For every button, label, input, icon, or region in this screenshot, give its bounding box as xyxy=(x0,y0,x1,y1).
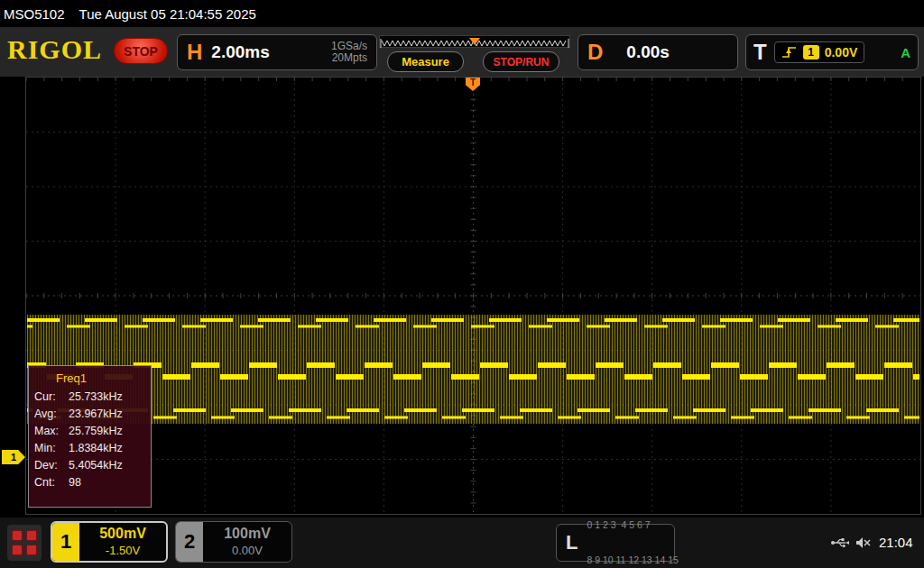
channel2-badge[interactable]: 2 100mV 0.00V xyxy=(175,521,292,563)
channel1-badge[interactable]: 1 500mV -1.50V xyxy=(51,521,168,563)
waveform-overview-strip[interactable] xyxy=(379,35,570,48)
bottom-status-bar: 1 500mV -1.50V 2 100mV 0.00V L 0 1 2 3 4… xyxy=(0,518,924,568)
channel1-scale: 500mV xyxy=(99,525,146,542)
measure-button[interactable]: Measure xyxy=(387,51,464,72)
measurement-row: Avg: 23.967kHz xyxy=(29,406,151,423)
logic-channel-numbers: 0 1 2 3 4 5 6 7 8 9 10 11 12 13 14 15 xyxy=(587,496,678,568)
channel2-offset: 0.00V xyxy=(232,542,263,559)
clock: 21:04 xyxy=(879,535,913,550)
channel2-number: 2 xyxy=(176,522,203,562)
datetime: Tue August 05 21:04:55 2025 xyxy=(79,6,256,22)
trigger-control[interactable]: T 1 0.00V A xyxy=(745,34,919,70)
measurement-row: Max: 25.759kHz xyxy=(29,423,151,440)
ch1-waveform-envelope xyxy=(27,315,919,424)
horizontal-delay-control[interactable]: D 0.00s xyxy=(578,34,738,70)
channel2-values: 100mV 0.00V xyxy=(203,522,291,562)
acquisition-info: 1GSa/s 20Mpts xyxy=(331,41,367,64)
delay-value: 0.00s xyxy=(626,42,670,62)
measurement-title: Freq1 xyxy=(29,366,151,389)
timebase-value: 2.00ms xyxy=(211,42,269,62)
channel1-offset: -1.50V xyxy=(106,542,140,559)
rigol-logo: RIGOL xyxy=(7,34,102,65)
overview-waveform-icon xyxy=(380,38,569,49)
usb-icon xyxy=(830,536,850,549)
horizontal-timebase-control[interactable]: H 2.00ms 1GSa/s 20Mpts xyxy=(177,34,377,70)
memory-depth: 20Mpts xyxy=(331,52,367,64)
waveform-display: T Freq1 Cur: 25.733kHz Avg: 23.967kHz Ma… xyxy=(25,77,921,515)
ch1-position-marker[interactable]: 1 xyxy=(2,450,25,464)
header-toolbar: RIGOL STOP H 2.00ms 1GSa/s 20Mpts Measur… xyxy=(0,27,924,77)
run-state-badge[interactable]: STOP xyxy=(114,38,168,64)
measurement-row: Cur: 25.733kHz xyxy=(29,389,151,406)
logic-channels-badge[interactable]: L 0 1 2 3 4 5 6 7 8 9 10 11 12 13 14 15 xyxy=(556,524,675,562)
trigger-level-value: 0.00V xyxy=(825,45,858,60)
measurement-row: Cnt: 98 xyxy=(29,474,151,491)
measurement-row: Dev: 5.4054kHz xyxy=(29,457,151,474)
trigger-label: T xyxy=(753,40,767,65)
model-name: MSO5102 xyxy=(4,6,65,22)
menu-grid-icon xyxy=(12,530,23,541)
delay-label: D xyxy=(587,40,603,65)
horizontal-label: H xyxy=(187,40,202,65)
measurement-panel: Freq1 Cur: 25.733kHz Avg: 23.967kHz Max:… xyxy=(28,365,152,508)
menu-button[interactable] xyxy=(7,525,42,561)
speaker-muted-icon xyxy=(855,536,872,549)
trigger-sweep-mode: A xyxy=(901,45,910,60)
measurement-row: Min: 1.8384kHz xyxy=(29,440,151,457)
trigger-source-badge: 1 xyxy=(803,45,819,60)
channel2-scale: 100mV xyxy=(224,525,271,542)
channel1-values: 500mV -1.50V xyxy=(79,523,166,561)
stop-run-button[interactable]: STOP/RUN xyxy=(483,51,559,72)
logic-label: L xyxy=(566,531,578,554)
trigger-slope-icon xyxy=(781,45,798,60)
top-info-bar: MSO5102 Tue August 05 21:04:55 2025 xyxy=(0,0,924,27)
graticule xyxy=(26,78,920,514)
channel1-number: 1 xyxy=(52,523,79,561)
trigger-info-group: 1 0.00V xyxy=(774,41,865,63)
